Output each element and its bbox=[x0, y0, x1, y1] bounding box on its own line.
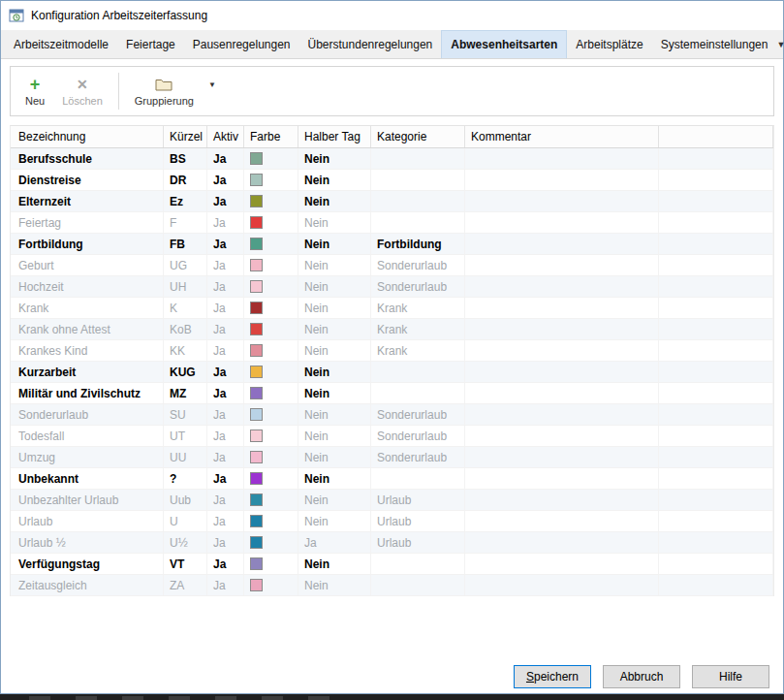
kategorie-cell bbox=[371, 468, 465, 489]
table-row[interactable]: KurzarbeitKUGJaNein bbox=[11, 362, 773, 383]
aktiv-cell: Ja bbox=[207, 170, 244, 190]
table-row[interactable]: Unbekannt?JaNein bbox=[11, 468, 773, 490]
color-swatch bbox=[250, 408, 263, 421]
aktiv-cell: Ja bbox=[207, 319, 244, 339]
farbe-cell bbox=[244, 340, 298, 361]
tab-abwesenheitsarten[interactable]: Abwesenheitsarten bbox=[441, 30, 567, 58]
table-row[interactable]: VerfügungstagVTJaNein bbox=[11, 554, 773, 575]
aktiv-cell: Ja bbox=[207, 276, 244, 297]
table-row[interactable]: ZeitausgleichZAJaNein bbox=[11, 575, 773, 596]
kuerzel-cell: ZA bbox=[164, 575, 207, 595]
color-swatch bbox=[250, 493, 263, 506]
table-row[interactable]: DienstreiseDRJaNein bbox=[11, 170, 773, 191]
bezeichnung-cell: Fortbildung bbox=[11, 234, 164, 254]
kategorie-cell bbox=[371, 362, 465, 382]
halber-tag-cell: Nein bbox=[298, 148, 371, 169]
empty-cell bbox=[659, 340, 773, 361]
kommentar-cell bbox=[465, 575, 659, 595]
color-swatch bbox=[250, 323, 263, 335]
gruppierung-dropdown-icon[interactable]: ▼ bbox=[203, 79, 222, 91]
table-row[interactable]: HochzeitUHJaNeinSonderurlaub bbox=[11, 276, 773, 298]
kommentar-cell bbox=[465, 383, 659, 403]
column-header-aktiv[interactable]: Aktiv bbox=[207, 126, 244, 147]
abbruch-button[interactable]: Abbruch bbox=[603, 665, 680, 688]
empty-cell bbox=[659, 191, 773, 211]
farbe-cell bbox=[244, 511, 298, 531]
aktiv-cell: Ja bbox=[207, 340, 244, 361]
kommentar-cell bbox=[465, 532, 659, 553]
empty-cell bbox=[659, 554, 773, 574]
column-header-kategorie[interactable]: Kategorie bbox=[371, 126, 465, 147]
farbe-cell bbox=[244, 276, 298, 297]
table-row[interactable]: Unbezahlter UrlaubUubJaNeinUrlaub bbox=[11, 490, 773, 511]
kommentar-cell bbox=[465, 490, 659, 510]
table-row[interactable]: SonderurlaubSUJaNeinSonderurlaub bbox=[11, 404, 773, 426]
empty-cell bbox=[659, 426, 773, 446]
table-row[interactable]: Urlaub ½U½JaJaUrlaub bbox=[11, 532, 773, 554]
table-row[interactable]: GeburtUGJaNeinSonderurlaub bbox=[11, 255, 773, 276]
tab-feiertage[interactable]: Feiertage bbox=[117, 30, 184, 58]
column-header-bezeichnung[interactable]: Bezeichnung bbox=[11, 126, 164, 147]
kommentar-cell bbox=[465, 404, 659, 425]
kategorie-cell: Urlaub bbox=[371, 490, 465, 510]
column-header-halber-tag[interactable]: Halber Tag bbox=[298, 126, 371, 147]
chevron-down-icon[interactable]: ▼ bbox=[776, 40, 784, 49]
aktiv-cell: Ja bbox=[207, 575, 244, 595]
table-row[interactable]: ElternzeitEzJaNein bbox=[11, 191, 773, 212]
column-header-blank[interactable] bbox=[659, 126, 773, 147]
table-row[interactable]: UmzugUUJaNeinSonderurlaub bbox=[11, 447, 773, 468]
table-row[interactable]: Krankes KindKKJaNeinKrank bbox=[11, 340, 773, 362]
kategorie-cell bbox=[371, 148, 465, 169]
empty-cell bbox=[659, 490, 773, 510]
aktiv-cell: Ja bbox=[207, 404, 244, 425]
table-row[interactable]: Militär und ZivilschutzMZJaNein bbox=[11, 383, 773, 404]
halber-tag-cell: Nein bbox=[298, 298, 371, 318]
tab-systemeinstellungen[interactable]: Systemeinstellungen bbox=[652, 30, 777, 58]
table-row[interactable]: KrankKJaNeinKrank bbox=[11, 298, 773, 319]
bezeichnung-cell: Sonderurlaub bbox=[11, 404, 164, 425]
kategorie-cell: Krank bbox=[371, 298, 465, 318]
halber-tag-cell: Nein bbox=[298, 276, 371, 297]
tab-arbeitspl-tze[interactable]: Arbeitsplätze bbox=[567, 30, 651, 58]
loeschen-button[interactable]: ✕ Löschen bbox=[53, 74, 111, 110]
tab-arbeitszeitmodelle[interactable]: Arbeitszeitmodelle bbox=[5, 30, 117, 58]
bezeichnung-cell: Krank bbox=[11, 298, 164, 318]
aktiv-cell: Ja bbox=[207, 362, 244, 382]
gruppierung-button[interactable]: Gruppierung bbox=[126, 74, 203, 110]
neu-button[interactable]: + Neu bbox=[16, 74, 53, 110]
content-panel: + Neu ✕ Löschen Gruppierung ▼ Bezeichnun… bbox=[1, 59, 783, 693]
aktiv-cell: Ja bbox=[207, 212, 244, 233]
kuerzel-cell: K bbox=[164, 298, 207, 318]
kategorie-cell: Sonderurlaub bbox=[371, 255, 465, 275]
table-row[interactable]: Krank ohne AttestKoBJaNeinKrank bbox=[11, 319, 773, 340]
neu-button-label: Neu bbox=[25, 95, 45, 107]
kuerzel-cell: DR bbox=[164, 170, 207, 190]
empty-cell bbox=[659, 575, 773, 595]
color-swatch bbox=[250, 152, 263, 165]
table-row[interactable]: FeiertagFJaNein bbox=[11, 212, 773, 234]
farbe-cell bbox=[244, 532, 298, 553]
color-swatch bbox=[250, 472, 263, 485]
halber-tag-cell: Nein bbox=[298, 340, 371, 361]
speichern-button[interactable]: Speichern bbox=[514, 665, 591, 688]
table-row[interactable]: TodesfallUTJaNeinSonderurlaub bbox=[11, 426, 773, 447]
column-header-k-rzel[interactable]: Kürzel bbox=[164, 126, 207, 147]
table-row[interactable]: UrlaubUJaNeinUrlaub bbox=[11, 511, 773, 532]
empty-cell bbox=[659, 148, 773, 169]
farbe-cell bbox=[244, 170, 298, 190]
column-header-farbe[interactable]: Farbe bbox=[244, 126, 298, 147]
empty-cell bbox=[659, 383, 773, 403]
hilfe-button[interactable]: Hilfe bbox=[692, 665, 769, 688]
color-swatch bbox=[250, 302, 263, 314]
tab-pausenregelungen[interactable]: Pausenregelungen bbox=[184, 30, 299, 58]
aktiv-cell: Ja bbox=[207, 511, 244, 531]
color-swatch bbox=[250, 259, 263, 271]
kommentar-cell bbox=[465, 447, 659, 467]
table-row[interactable]: BerufsschuleBSJaNein bbox=[11, 148, 773, 170]
column-header-kommentar[interactable]: Kommentar bbox=[465, 126, 659, 147]
kuerzel-cell: BS bbox=[164, 148, 207, 169]
tab-berstundenregelungen[interactable]: Überstundenregelungen bbox=[299, 30, 442, 58]
table-row[interactable]: FortbildungFBJaNeinFortbildung bbox=[11, 234, 773, 255]
kommentar-cell bbox=[465, 511, 659, 531]
tab-strip: ArbeitszeitmodelleFeiertagePausenregelun… bbox=[5, 30, 776, 58]
